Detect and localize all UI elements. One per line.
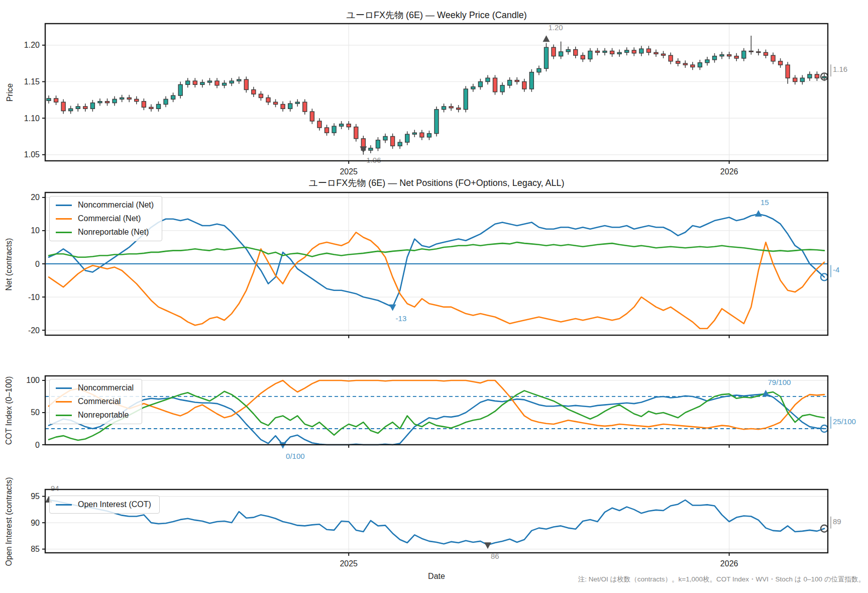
svg-text:-10: -10	[28, 293, 40, 302]
svg-text:0: 0	[35, 441, 40, 449]
legend-label: Noncommercial (Net)	[78, 201, 154, 210]
svg-text:-4: -4	[833, 265, 839, 274]
svg-text:-20: -20	[28, 326, 40, 335]
legend-label: Nonreportable	[78, 411, 129, 420]
legend-item-commercial: Commercial	[56, 397, 134, 406]
legend-item-noncommercial-net: Noncommercial (Net)	[56, 201, 154, 210]
svg-text:1.20: 1.20	[24, 41, 40, 49]
svg-text:0: 0	[35, 260, 40, 268]
gridlines	[45, 489, 828, 553]
legend-item-open-interest: Open Interest (COT)	[56, 500, 151, 509]
series-noncommercial	[49, 394, 824, 445]
svg-text:100: 100	[26, 376, 40, 384]
svg-text:90: 90	[31, 519, 40, 527]
trough-marker-icon	[484, 542, 491, 549]
svg-text:85: 85	[31, 545, 40, 553]
svg-text:89: 89	[833, 517, 841, 526]
price-panel-title: ユーロFX先物 (6E) — Weekly Price (Candle)	[45, 9, 828, 21]
net-axis-label: Net (contracts)	[5, 219, 14, 310]
cot-index-legend: Noncommercial Commercial Nonreportable	[49, 379, 142, 424]
trough-marker-icon	[360, 146, 367, 153]
panel-border	[45, 489, 828, 553]
noncommercial-line-swatch	[56, 205, 72, 206]
svg-text:2025: 2025	[340, 167, 358, 176]
legend-item-commercial-net: Commercial (Net)	[56, 214, 154, 223]
svg-text:2025: 2025	[340, 559, 358, 568]
legend-label: Commercial	[78, 397, 121, 406]
open-interest-legend: Open Interest (COT)	[49, 496, 160, 514]
svg-text:0/100: 0/100	[286, 452, 305, 460]
cot-index-axis-label: COT Index (0–100)	[5, 360, 14, 461]
open-interest-axis-label: Open Interest (contracts)	[5, 454, 14, 589]
panel-border	[45, 24, 828, 161]
nonreportable-line-swatch	[56, 232, 72, 233]
trough-marker-icon	[279, 442, 286, 449]
axis-ticks: 1.051.101.151.2020252026	[24, 41, 738, 176]
annotations: 1.201.061.16	[360, 23, 847, 164]
series-noncommercial-net-	[49, 214, 824, 307]
svg-text:95: 95	[31, 492, 40, 501]
legend-label: Nonreportable (Net)	[78, 228, 149, 237]
nonreportable-line-swatch	[56, 415, 72, 416]
svg-text:1.05: 1.05	[24, 150, 40, 159]
svg-text:20: 20	[31, 193, 40, 202]
peak-marker-icon	[542, 35, 550, 42]
annotations: 79/1000/10025/100	[279, 378, 856, 460]
legend-label: Commercial (Net)	[78, 214, 141, 223]
peak-marker-icon	[755, 210, 762, 217]
legend-item-nonreportable-net: Nonreportable (Net)	[56, 228, 154, 237]
commercial-line-swatch	[56, 401, 72, 403]
svg-text:94: 94	[51, 484, 59, 492]
legend-label: Noncommercial	[78, 383, 134, 392]
panel-0: 1.201.061.161.051.101.151.2020252026	[24, 23, 847, 176]
net-panel-title: ユーロFX先物 (6E) — Net Positions (FO+Options…	[45, 177, 828, 189]
cot-dashboard: 1.201.061.161.051.101.151.202025202615-1…	[0, 0, 868, 593]
svg-text:1.16: 1.16	[833, 65, 847, 73]
svg-text:15: 15	[761, 198, 769, 207]
svg-text:79/100: 79/100	[768, 378, 791, 386]
open-interest-line-swatch	[56, 504, 72, 506]
svg-text:1.15: 1.15	[24, 77, 40, 86]
price-axis-label: Price	[6, 42, 15, 143]
net-legend: Noncommercial (Net) Commercial (Net) Non…	[49, 196, 162, 241]
gridlines	[45, 24, 828, 161]
panel-2: 79/1000/10025/100050100	[26, 376, 856, 460]
legend-label: Open Interest (COT)	[78, 500, 151, 509]
svg-text:10: 10	[31, 226, 40, 235]
svg-text:1.20: 1.20	[548, 23, 563, 32]
svg-text:25/100: 25/100	[833, 417, 856, 426]
trough-marker-icon	[389, 305, 396, 311]
legend-item-nonreportable: Nonreportable	[56, 411, 134, 420]
svg-text:2026: 2026	[720, 559, 738, 568]
svg-text:-13: -13	[396, 314, 407, 323]
noncommercial-line-swatch	[56, 387, 72, 389]
commercial-line-swatch	[56, 218, 72, 220]
series-commercial	[49, 380, 824, 429]
svg-text:2026: 2026	[720, 167, 738, 176]
svg-text:50: 50	[31, 408, 40, 417]
svg-text:1.10: 1.10	[24, 114, 40, 123]
footnote: 注: Net/OI は枚数（contracts）。k=1,000枚。COT In…	[578, 575, 865, 584]
svg-text:1.06: 1.06	[366, 156, 381, 164]
legend-item-noncommercial: Noncommercial	[56, 383, 134, 392]
candles	[47, 36, 826, 155]
